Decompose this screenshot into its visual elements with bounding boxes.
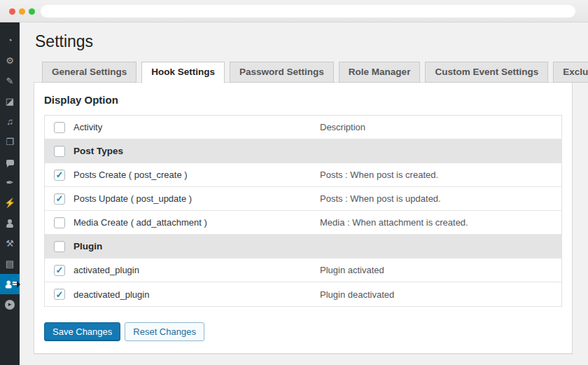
activity-label: Media Create ( add_attachment ) bbox=[74, 217, 320, 228]
table-row-post-update: ✓ Posts Update ( post_update ) Posts : W… bbox=[45, 187, 561, 211]
sidebar-item-tools[interactable]: ⚒ bbox=[0, 233, 20, 254]
activity-label: Posts Create ( post_create ) bbox=[74, 170, 320, 180]
tab-password-settings[interactable]: Password Settings bbox=[230, 62, 334, 83]
page-title: Settings bbox=[35, 32, 93, 51]
tab-hook-settings[interactable]: Hook Settings bbox=[141, 62, 225, 83]
gear-icon: ⚙ bbox=[6, 56, 14, 65]
media-icon: ◪ bbox=[6, 97, 14, 106]
minimize-window-button[interactable] bbox=[19, 8, 25, 15]
format-icon: ♫ bbox=[6, 117, 13, 126]
sidebar-item-activity-log[interactable] bbox=[0, 274, 20, 294]
pages-icon: ❐ bbox=[6, 137, 14, 146]
comments-icon bbox=[6, 160, 14, 165]
description-label: Media : When attachment is created. bbox=[320, 217, 561, 228]
form-actions: Save Changes Reset Changes bbox=[44, 322, 562, 341]
window-controls bbox=[9, 8, 35, 15]
column-header-description: Description bbox=[320, 122, 561, 132]
description-label: Plugin deactivated bbox=[320, 289, 561, 300]
pushpin-icon: ✎ bbox=[6, 76, 14, 85]
settings-sliders-icon: ▤ bbox=[6, 259, 14, 268]
sidebar-item-dashboard[interactable]: ◔ bbox=[0, 30, 20, 50]
tools-icon: ⚒ bbox=[6, 239, 14, 248]
description-label: Plugin activated bbox=[320, 265, 561, 275]
dashboard-icon: ◔ bbox=[7, 36, 13, 45]
activity-label: deactivated_plugin bbox=[74, 289, 320, 300]
row-checkbox-post-create[interactable]: ✓ bbox=[54, 170, 65, 181]
group-label: Post Types bbox=[74, 146, 320, 156]
collapse-icon: ▸ bbox=[5, 300, 15, 310]
group-row-plugin: Plugin bbox=[45, 235, 561, 259]
activity-log-icon bbox=[5, 280, 13, 288]
hook-settings-panel: Display Option Activity Description Post… bbox=[34, 82, 573, 354]
table-row-add-attachment: Media Create ( add_attachment ) Media : … bbox=[45, 211, 561, 235]
sidebar-item-media[interactable]: ◪ bbox=[0, 91, 20, 111]
admin-sidebar: ◔ ⚙ ✎ ◪ ♫ ❐ ✒ ⚡ ⚒ ▤ ▸ bbox=[0, 22, 20, 365]
row-checkbox-post-update[interactable]: ✓ bbox=[54, 193, 65, 205]
sidebar-item-pages[interactable]: ❐ bbox=[0, 132, 20, 152]
tab-custom-event-settings[interactable]: Custom Event Settings bbox=[425, 62, 548, 83]
settings-tabs: General Settings Hook Settings Password … bbox=[42, 62, 588, 83]
plugins-icon: ⚡ bbox=[4, 198, 15, 207]
group-row-post-types: Post Types bbox=[45, 139, 561, 163]
description-label: Posts : When post is created. bbox=[320, 170, 561, 180]
maximize-window-button[interactable] bbox=[29, 8, 35, 15]
sidebar-item-formats[interactable]: ♫ bbox=[0, 111, 20, 132]
sidebar-item-settings-gear[interactable]: ⚙ bbox=[0, 50, 20, 71]
activity-table: Activity Description Post Types ✓ Posts … bbox=[44, 115, 562, 307]
activity-label: Posts Update ( post_update ) bbox=[74, 193, 320, 204]
sidebar-item-collapse[interactable]: ▸ bbox=[0, 294, 20, 315]
activity-label: activated_plugin bbox=[74, 265, 320, 275]
row-checkbox-activated-plugin[interactable]: ✓ bbox=[54, 265, 65, 276]
tab-role-manager[interactable]: Role Manager bbox=[339, 62, 421, 83]
reset-changes-button[interactable]: Reset Changes bbox=[125, 322, 204, 341]
select-all-checkbox[interactable] bbox=[54, 122, 65, 133]
sidebar-item-settings[interactable]: ▤ bbox=[0, 254, 20, 274]
browser-titlebar bbox=[0, 0, 588, 22]
tab-general-settings[interactable]: General Settings bbox=[42, 62, 136, 83]
sidebar-item-appearance[interactable]: ✒ bbox=[0, 172, 20, 193]
tab-exclude-log[interactable]: Exclude Log bbox=[553, 62, 588, 83]
table-row-activated-plugin: ✓ activated_plugin Plugin activated bbox=[45, 259, 561, 282]
display-option-heading: Display Option bbox=[44, 94, 562, 106]
table-row-post-create: ✓ Posts Create ( post_create ) Posts : W… bbox=[45, 163, 561, 187]
row-checkbox-add-attachment[interactable] bbox=[54, 217, 65, 228]
save-changes-button[interactable]: Save Changes bbox=[44, 322, 120, 341]
row-checkbox-deactivated-plugin[interactable]: ✓ bbox=[54, 289, 65, 300]
sidebar-item-posts[interactable]: ✎ bbox=[0, 71, 20, 91]
description-label: Posts : When post is updated. bbox=[320, 193, 561, 204]
group-checkbox-post-types[interactable] bbox=[54, 146, 65, 157]
table-header-row: Activity Description bbox=[45, 116, 561, 139]
sidebar-item-plugins[interactable]: ⚡ bbox=[0, 193, 20, 213]
sidebar-item-comments[interactable] bbox=[0, 152, 20, 172]
appearance-icon: ✒ bbox=[6, 178, 14, 187]
users-icon bbox=[6, 219, 14, 228]
table-row-deactivated-plugin: ✓ deactivated_plugin Plugin deactivated bbox=[45, 282, 561, 306]
group-label: Plugin bbox=[74, 241, 320, 252]
sidebar-item-users[interactable] bbox=[0, 213, 20, 233]
address-bar[interactable] bbox=[41, 5, 575, 18]
group-checkbox-plugin[interactable] bbox=[54, 241, 65, 252]
close-window-button[interactable] bbox=[9, 8, 15, 15]
column-header-activity: Activity bbox=[74, 122, 320, 132]
